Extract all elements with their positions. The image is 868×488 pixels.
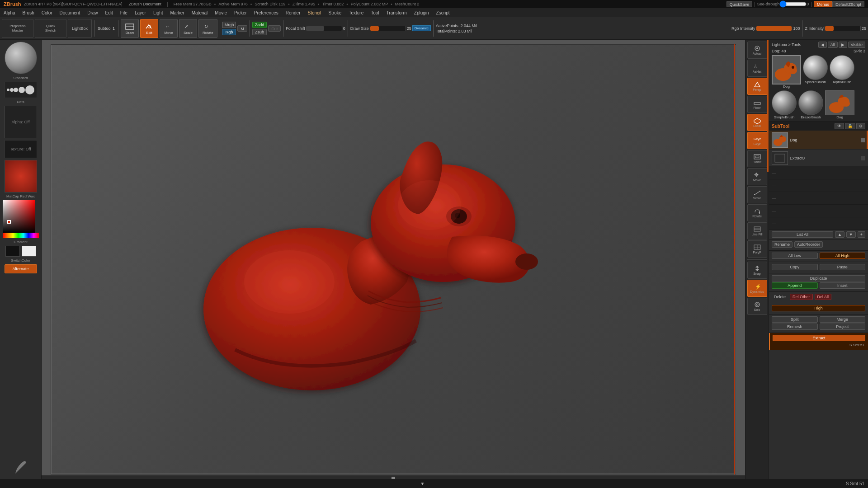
alpha-brush-thumb[interactable] — [830, 55, 854, 80]
subtool-lock-btn[interactable]: 🔒 — [845, 123, 855, 129]
subtool-dog-eye[interactable] — [861, 138, 865, 142]
menu-stencil[interactable]: Stencil — [306, 10, 323, 15]
edit-mode-btn[interactable]: Edit — [140, 19, 158, 38]
lightbox-visible-btn[interactable]: Visible — [848, 42, 865, 48]
paste-btn[interactable]: Paste — [820, 264, 866, 270]
canvas-inner[interactable] — [51, 44, 736, 474]
move-mode-btn[interactable]: ↔ Move — [160, 19, 178, 38]
frame-btn[interactable]: Frame — [747, 150, 767, 167]
persp-btn[interactable]: Persp — [747, 78, 767, 95]
list-add-btn[interactable]: + — [858, 231, 865, 238]
subtool-eye-btn[interactable]: 👁 — [835, 123, 844, 129]
all-low-btn[interactable]: All Low — [772, 253, 818, 259]
list-up-btn[interactable]: ▲ — [835, 231, 844, 238]
subtool-extract-eye[interactable] — [861, 156, 865, 160]
canvas-area[interactable] — [42, 40, 745, 479]
all-high-btn[interactable]: All High — [820, 253, 866, 259]
high-btn[interactable]: High — [772, 305, 865, 311]
seethrough-slider[interactable] — [779, 2, 807, 6]
projection-master-btn[interactable]: Projection Master — [2, 19, 33, 38]
lightbox-next-btn[interactable]: ▶ — [839, 42, 847, 48]
alpha-thumb[interactable]: Alpha: Off — [5, 106, 37, 138]
menu-edit[interactable]: Edit — [104, 10, 115, 15]
white-swatch[interactable] — [22, 246, 36, 257]
material-ball[interactable] — [5, 42, 37, 74]
sphere-brush-thumb[interactable] — [803, 55, 828, 80]
scale-mode-btn[interactable]: ⤢ Scale — [179, 19, 197, 38]
menu-zplugin[interactable]: Zplugin — [412, 10, 431, 15]
menu-stroke[interactable]: Stroke — [327, 10, 344, 15]
list-all-btn[interactable]: List All — [772, 231, 833, 238]
material-wax-thumb[interactable] — [5, 160, 37, 192]
gxyz-btn[interactable]: Gxyz Gxyz — [747, 132, 767, 149]
menu-layer[interactable]: Layer — [133, 10, 148, 15]
lightbox-prev-btn[interactable]: ◀ — [818, 42, 827, 48]
zadd-btn[interactable]: Zadd — [252, 22, 267, 28]
draw-size-slider[interactable] — [370, 26, 406, 31]
zsub-btn[interactable]: Zsub — [252, 29, 267, 35]
subtool-gear-btn[interactable]: ⚙ — [856, 123, 865, 129]
cut-btn[interactable]: Cut — [268, 25, 281, 32]
dynamics-btn[interactable]: ⚡ Dynamics — [747, 280, 767, 297]
floor-btn[interactable]: Floor — [747, 96, 767, 113]
menu-document[interactable]: Document — [58, 10, 82, 15]
quicksave-btn[interactable]: QuickSave — [726, 1, 753, 7]
insert-btn[interactable]: Insert — [820, 282, 866, 289]
hue-slider[interactable] — [3, 233, 39, 238]
subtool-item-extract[interactable]: Extract0 — [769, 150, 868, 167]
menu-tool[interactable]: Tool — [369, 10, 381, 15]
rotate-mode-btn[interactable]: ↻ Rotate — [198, 19, 217, 38]
menu-color[interactable]: Color — [40, 10, 54, 15]
snap-btn[interactable]: Snap — [747, 262, 767, 279]
aahat-btn[interactable]: Â AaHat — [747, 60, 767, 77]
duplicate-btn[interactable]: Duplicate — [772, 275, 865, 282]
simple-brush-thumb[interactable] — [772, 90, 797, 115]
rotate-btn[interactable]: Rotate — [747, 204, 767, 221]
rgb-btn[interactable]: Rgb — [222, 29, 236, 35]
color-gradient[interactable] — [3, 200, 35, 233]
m-btn[interactable]: M — [237, 25, 247, 32]
menu-draw[interactable]: Draw — [85, 10, 99, 15]
list-down-btn[interactable]: ▼ — [846, 231, 856, 238]
rgb-intensity-slider[interactable] — [756, 26, 792, 31]
polyf-btn[interactable]: PolyF — [747, 240, 767, 258]
menu-render[interactable]: Render — [284, 10, 302, 15]
lightbox-btn[interactable]: LightBox — [68, 19, 92, 38]
menu-preferences[interactable]: Preferences — [252, 10, 280, 15]
z-intensity-slider[interactable] — [825, 26, 861, 31]
mrgb-btn[interactable]: Mrgb — [222, 22, 236, 28]
menus-btn[interactable]: Menus — [814, 1, 832, 7]
dog-main-thumb[interactable] — [772, 55, 801, 84]
menu-file[interactable]: File — [118, 10, 129, 15]
del-all-btn[interactable]: Del All — [815, 294, 832, 300]
linef-btn[interactable]: Line Fill — [747, 222, 767, 239]
copy-btn[interactable]: Copy — [772, 264, 818, 270]
scale-btn[interactable]: Scale — [747, 186, 767, 203]
rename-btn[interactable]: Rename — [772, 241, 793, 248]
menu-brush[interactable]: Brush — [21, 10, 36, 15]
lightbox-all-btn[interactable]: All — [828, 42, 838, 48]
black-swatch[interactable] — [5, 246, 20, 257]
actual-btn[interactable]: Actual — [747, 42, 767, 59]
remesh-btn[interactable]: Remesh — [772, 324, 818, 330]
split-btn[interactable]: Split — [772, 316, 818, 323]
menu-texture[interactable]: Texture — [347, 10, 365, 15]
dynamic-toggle-btn[interactable]: Dynamic — [412, 25, 431, 31]
menu-light[interactable]: Light — [151, 10, 165, 15]
eraser-brush-thumb[interactable] — [798, 90, 823, 115]
menu-transform[interactable]: Transform — [385, 10, 409, 15]
alternate-btn[interactable]: Alternate — [5, 264, 37, 273]
dog-thumb2[interactable] — [825, 90, 854, 115]
merge-btn[interactable]: Merge — [820, 316, 866, 323]
quick-sketch-btn[interactable]: Quick Sketch — [35, 19, 66, 38]
texture-thumb[interactable]: Texture: Off — [5, 140, 37, 158]
menu-picker[interactable]: Picker — [232, 10, 249, 15]
brush-dots[interactable] — [5, 82, 37, 98]
subtool-item-dog[interactable]: Dog — [769, 131, 868, 150]
defaultzscript-btn[interactable]: DefaultZScript — [832, 1, 864, 7]
project-btn[interactable]: Project — [820, 324, 866, 330]
menu-movie[interactable]: Movie — [213, 10, 229, 15]
local-btn[interactable]: Local — [747, 114, 767, 131]
focal-shift-slider[interactable] — [306, 26, 342, 31]
menu-zscript[interactable]: Zscript — [434, 10, 452, 15]
